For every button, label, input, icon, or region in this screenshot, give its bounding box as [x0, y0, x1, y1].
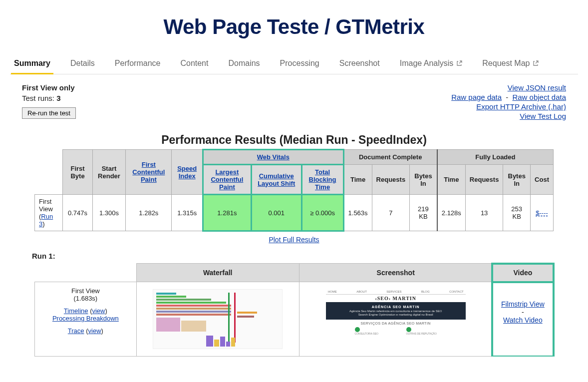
cell-fl-time: 2.128s [437, 195, 466, 231]
trace-link[interactable]: Trace [68, 327, 84, 335]
col-speed-index-link[interactable]: Speed Index [177, 165, 197, 180]
tab-processing[interactable]: Processing [277, 54, 322, 74]
processing-breakdown-link[interactable]: Processing Breakdown [52, 315, 119, 322]
firstview-time: (1.683s) [39, 295, 132, 302]
separator: - [504, 93, 510, 101]
col-first-byte: First Byte [63, 150, 92, 195]
doc-complete-group: Document Complete [343, 150, 437, 165]
export-har-link[interactable]: Export HTTP Archive (.har) [476, 102, 566, 111]
tab-label: Performance [115, 59, 161, 68]
cell-dc-requests: 7 [372, 195, 410, 231]
col-start-render: Start Render [92, 150, 126, 195]
external-link-icon [533, 60, 539, 66]
web-vitals-group-link[interactable]: Web Vitals [257, 153, 290, 161]
rerun-test-button[interactable]: Re-run the test [22, 107, 76, 119]
cell-speed-index: 1.315s [172, 195, 203, 231]
timeline-link[interactable]: Timeline [64, 307, 88, 315]
tab-label: Image Analysis [400, 59, 454, 68]
tab-label: Screenshot [339, 59, 380, 68]
tab-summary[interactable]: Summary [11, 54, 53, 74]
test-runs: Test runs: 3 [22, 94, 76, 102]
cell-dc-bytes: 219 KB [410, 195, 437, 231]
test-runs-label: Test runs: [22, 94, 56, 102]
timeline-view-link[interactable]: view [92, 307, 105, 315]
dot-icon [355, 327, 360, 332]
run3-link[interactable]: Run 3 [39, 213, 53, 228]
screenshot-thumbnail[interactable]: HOMEABOUTSERVICESBLOGCONTACT ‹SEO› MARTI… [326, 289, 466, 338]
tab-request-map[interactable]: Request Map [479, 54, 542, 74]
performance-results-table: First Byte Start Render First Contentful… [34, 149, 554, 232]
tab-performance[interactable]: Performance [112, 54, 164, 74]
page-title: Web Page Teste / GTMetrix [10, 15, 578, 39]
cell-fl-bytes: 253 KB [503, 195, 531, 231]
tab-label: Processing [280, 59, 319, 68]
tab-label: Details [70, 59, 95, 68]
tab-label: Request Map [482, 59, 530, 68]
cell-fcp: 1.282s [126, 195, 172, 231]
firstview-label: First View [39, 287, 132, 295]
test-runs-count: 3 [56, 94, 60, 102]
col-waterfall: Waterfall [136, 264, 299, 282]
run1-firstview-cell: First View (1.683s) Timeline (view) Proc… [35, 282, 137, 357]
col-lcp-link[interactable]: Largest Contentful Paint [211, 168, 243, 191]
view-json-link[interactable]: View JSON result [508, 83, 566, 92]
cell-fl-requests: 13 [465, 195, 503, 231]
fully-loaded-group: Fully Loaded [437, 150, 554, 165]
col-dc-time: Time [343, 165, 372, 195]
tab-screenshot[interactable]: Screenshot [336, 54, 383, 74]
screenshot-hero-title: AGÊNCIA SEO MARTIN [328, 305, 464, 309]
col-screenshot: Screenshot [299, 264, 492, 282]
tab-label: Domains [228, 59, 260, 68]
tab-content[interactable]: Content [177, 54, 211, 74]
cell-cls: 0.001 [251, 195, 301, 231]
tab-details[interactable]: Details [67, 54, 98, 74]
run1-label: Run 1: [32, 252, 578, 260]
col-fcp-link[interactable]: First Contentful Paint [132, 161, 165, 183]
trace-view-link[interactable]: view [88, 327, 101, 335]
cell-dc-time: 1.563s [343, 195, 372, 231]
col-dc-requests: Requests [372, 165, 410, 195]
paren: ) [105, 307, 107, 315]
waterfall-thumbnail[interactable] [153, 289, 283, 349]
col-video: Video [492, 264, 553, 282]
separator: - [497, 308, 549, 316]
tab-domains[interactable]: Domains [225, 54, 263, 74]
filmstrip-view-link[interactable]: Filmstrip View [501, 300, 545, 308]
raw-page-data-link[interactable]: Raw page data [451, 93, 502, 101]
col-dc-bytes: Bytes In [410, 165, 437, 195]
result-links: View JSON result Raw page data - Raw obj… [451, 83, 566, 121]
row-label: First View (Run 3) [35, 195, 63, 231]
col-fl-bytes: Bytes In [503, 165, 531, 195]
cell-lcp: 1.281s [203, 195, 251, 231]
run1-table: Waterfall Screenshot Video First View (1… [34, 263, 554, 357]
raw-object-data-link[interactable]: Raw object data [512, 93, 566, 101]
col-tbt-link[interactable]: Total Blocking Time [309, 168, 336, 191]
view-test-log-link[interactable]: View Test Log [520, 112, 566, 120]
cell-start-render: 1.300s [92, 195, 126, 231]
dot-icon [406, 327, 411, 332]
paren: ) [101, 327, 103, 335]
first-view-only-label: First View only [22, 83, 76, 92]
cell-cost-link[interactable]: $---- [536, 209, 548, 217]
col-fl-requests: Requests [465, 165, 503, 195]
row-label-suffix: ) [42, 220, 44, 228]
nav-tabs: Summary Details Performance Content Doma… [10, 54, 578, 74]
cell-first-byte: 0.747s [63, 195, 92, 231]
plot-full-results-link[interactable]: Plot Full Results [269, 236, 319, 244]
perf-results-title: Performance Results (Median Run - SpeedI… [10, 133, 578, 147]
screenshot-service-2: OUTRAS DE REPUTAÇÃO [406, 332, 437, 335]
tab-image-analysis[interactable]: Image Analysis [397, 54, 466, 74]
cell-tbt: ≥ 0.000s [301, 195, 343, 231]
screenshot-services-title: SERVIÇOS DA AGÊNCIA SEO MARTIN [326, 322, 466, 325]
tab-label: Content [180, 59, 208, 68]
col-cost: Cost [531, 165, 554, 195]
screenshot-logo: ‹SEO› MARTIN [326, 295, 466, 302]
col-fl-time: Time [437, 165, 466, 195]
screenshot-service-1: CONSULTORIA SEO [355, 332, 378, 335]
col-cls-link[interactable]: Cumulative Layout Shift [258, 172, 295, 187]
tab-label: Summary [14, 59, 50, 68]
external-link-icon [456, 60, 462, 66]
watch-video-link[interactable]: Watch Video [503, 316, 543, 324]
